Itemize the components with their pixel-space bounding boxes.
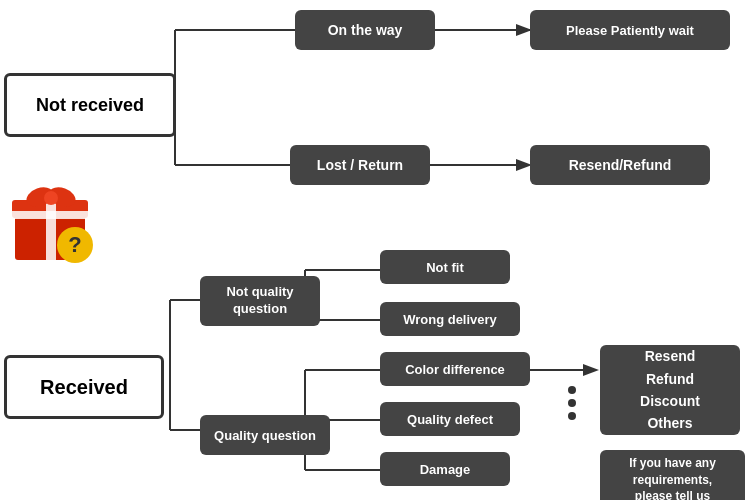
gift-box-image: ? (10, 175, 100, 265)
quality-question-node: Quality question (200, 415, 330, 455)
not-quality-node: Not quality question (200, 276, 320, 326)
color-difference-node: Color difference (380, 352, 530, 386)
svg-point-23 (568, 399, 576, 407)
svg-point-31 (44, 191, 58, 205)
received-node: Received (4, 355, 164, 419)
lost-return-node: Lost / Return (290, 145, 430, 185)
wrong-delivery-node: Wrong delivery (380, 302, 520, 336)
not-fit-node: Not fit (380, 250, 510, 284)
resend-refund-top-node: Resend/Refund (530, 145, 710, 185)
on-the-way-node: On the way (295, 10, 435, 50)
please-wait-node: Please Patiently wait (530, 10, 730, 50)
svg-text:?: ? (68, 232, 81, 257)
diagram: Not received On the way Please Patiently… (0, 0, 750, 500)
resend-box-node: Resend Refund Discount Others (600, 345, 740, 435)
quality-defect-node: Quality defect (380, 402, 520, 436)
svg-rect-27 (46, 200, 56, 260)
damage-node: Damage (380, 452, 510, 486)
svg-point-22 (568, 386, 576, 394)
requirements-box-node: If you have any requirements, please tel… (600, 450, 745, 500)
svg-point-24 (568, 412, 576, 420)
svg-rect-28 (12, 211, 88, 219)
not-received-node: Not received (4, 73, 176, 137)
